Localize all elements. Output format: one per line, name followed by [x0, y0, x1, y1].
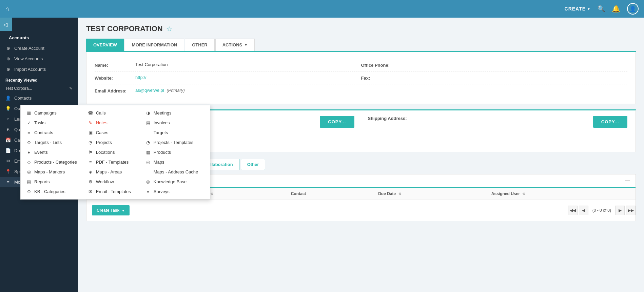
maps-icon: ◎: [145, 160, 151, 165]
dropdown-item-maps-address-cache[interactable]: Maps - Address Cache: [140, 167, 204, 177]
prev-page-button[interactable]: ◀: [579, 206, 588, 215]
notes-icon: ✎: [88, 120, 93, 125]
edit-icon[interactable]: ✎: [69, 86, 73, 91]
dropdown-item-reports[interactable]: ▤ Reports: [21, 177, 82, 187]
recently-viewed-item[interactable]: Test Corpora... ✎: [0, 84, 78, 93]
kb-categories-icon: ⊙: [26, 189, 32, 194]
sidebar-item-create-account[interactable]: ⊕ Create Account: [0, 43, 78, 54]
home-icon[interactable]: ⌂: [5, 5, 9, 13]
dropdown-item-meetings[interactable]: ◑ Meetings: [140, 108, 204, 118]
fax-col: Fax:: [361, 75, 628, 81]
sidebar-item-import-accounts[interactable]: ⊕ Import Accounts: [0, 64, 78, 75]
dropdown-item-invoices[interactable]: ▤ Invoices: [140, 118, 204, 128]
sidebar-item-contacts[interactable]: 👤 Contacts: [0, 93, 78, 103]
dropdown-item-knowledge-base[interactable]: ◎ Knowledge Base: [140, 177, 204, 187]
sort-user-icon[interactable]: ⇅: [522, 192, 525, 196]
dropdown-item-targets-lists[interactable]: ⊙ Targets - Lists: [21, 138, 82, 147]
tab-other[interactable]: OTHER: [185, 39, 215, 51]
user-icon: 👤: [629, 6, 636, 12]
accounts-section: Accounts ⊕ Create Account ⊕ View Account…: [0, 31, 78, 76]
search-icon[interactable]: 🔍: [598, 5, 605, 13]
next-page-button[interactable]: ▶: [615, 206, 625, 215]
maps-areas-icon: ◈: [88, 169, 93, 174]
dropdown-item-campaigns[interactable]: ▦ Campaigns: [21, 108, 82, 118]
office-phone-label: Office Phone:: [361, 62, 402, 68]
collapse-icon[interactable]: —: [625, 178, 630, 184]
reports-icon: ▤: [26, 179, 32, 184]
events-icon: ●: [26, 150, 32, 155]
col-assigned-user: Assigned User ⇅: [486, 188, 636, 200]
office-phone-col: Office Phone:: [361, 62, 628, 68]
targets-lists-icon: ⊙: [26, 140, 32, 145]
website-label: Website:: [95, 75, 135, 81]
website-link[interactable]: http://: [135, 75, 147, 80]
sort-date-icon[interactable]: ⇅: [398, 192, 401, 196]
dropdown-item-locations[interactable]: ⚑ Locations: [82, 147, 140, 157]
first-page-button[interactable]: ◀◀: [568, 206, 578, 215]
col-due-date: Due Date ⇅: [373, 188, 486, 200]
create-arrow-icon: ▼: [587, 7, 591, 11]
dropdown-item-events[interactable]: ● Events: [21, 147, 82, 157]
email-row: Email Address: as@qwefwe.pl (Primary): [95, 84, 627, 97]
tabs-bar: OVERVIEW MORE INFORMATION OTHER ACTIONS …: [86, 39, 636, 52]
create-task-button[interactable]: Create Task ▼: [92, 205, 130, 215]
products-categories-icon: ◇: [26, 160, 32, 165]
shipping-copy-button[interactable]: COPY...: [593, 116, 627, 128]
recently-viewed-label: Recently Viewed: [0, 76, 78, 84]
products-icon: ▦: [145, 150, 151, 155]
sidebar-item-view-accounts[interactable]: ⊕ View Accounts: [0, 54, 78, 64]
tab-actions[interactable]: ACTIONS ▼: [215, 39, 255, 51]
calls-icon: ☎: [88, 110, 93, 116]
dropdown-item-workflow[interactable]: ⚙ Workflow: [82, 177, 140, 187]
back-button[interactable]: ◁: [0, 18, 12, 31]
cases-icon: ▣: [88, 130, 93, 135]
email-link[interactable]: as@qwefwe.pl: [135, 88, 164, 93]
dropdown-item-email-templates[interactable]: ✉ Email - Templates: [82, 187, 140, 196]
filter-tab-other[interactable]: Other: [241, 159, 266, 170]
notifications-icon[interactable]: 🔔: [612, 5, 620, 13]
sort-status-icon[interactable]: ⇅: [210, 192, 213, 196]
dropdown-item-cases[interactable]: ▣ Cases: [82, 128, 140, 138]
favorite-star-icon[interactable]: ☆: [166, 25, 172, 33]
dropdown-item-contracts[interactable]: ≡ Contracts: [21, 128, 82, 138]
tab-overview[interactable]: OVERVIEW: [86, 39, 124, 51]
contacts-icon: 👤: [5, 96, 11, 101]
invoices-icon: ▤: [145, 120, 151, 125]
dropdown-item-projects[interactable]: ◔ Projects: [82, 138, 140, 147]
dropdown-item-tasks[interactable]: ✓ Tasks: [21, 118, 82, 128]
email-field-col: Email Address: as@qwefwe.pl (Primary): [95, 88, 361, 93]
view-accounts-icon: ⊕: [5, 56, 11, 61]
dropdown-col-1: ▦ Campaigns ✓ Tasks ≡ Contracts ⊙ Target…: [21, 105, 82, 199]
website-value[interactable]: http://: [135, 75, 147, 80]
dropdown-item-maps[interactable]: ◎ Maps: [140, 157, 204, 167]
dropdown-item-calls[interactable]: ☎ Calls: [82, 108, 140, 118]
surveys-icon: ≡: [145, 189, 151, 194]
email-tag: (Primary): [167, 88, 184, 93]
email-templates-icon: ✉: [88, 189, 93, 194]
shipping-value: [368, 123, 593, 137]
billing-copy-button[interactable]: COPY...: [320, 116, 354, 128]
user-avatar[interactable]: 👤: [627, 3, 639, 15]
projects-templates-icon: ◔: [145, 140, 151, 145]
quotes-icon: £: [5, 127, 11, 132]
calendar-icon: 📅: [5, 138, 11, 143]
workflow-icon: ⚙: [88, 179, 93, 184]
navbar-right: CREATE ▼ 🔍 🔔 👤: [565, 3, 639, 15]
pdf-templates-icon: ≡: [88, 160, 93, 165]
dropdown-item-pdf-templates[interactable]: ≡ PDF - Templates: [82, 157, 140, 167]
dropdown-item-products[interactable]: ▦ Products: [140, 147, 204, 157]
page-title-row: TEST CORPORATION ☆: [86, 24, 636, 33]
dropdown-item-maps-areas[interactable]: ◈ Maps - Areas: [82, 167, 140, 177]
projects-icon: ◔: [88, 140, 93, 145]
tab-more-information[interactable]: MORE INFORMATION: [125, 39, 184, 51]
dropdown-item-products-categories[interactable]: ◇ Products - Categories: [21, 157, 82, 167]
dropdown-item-surveys[interactable]: ≡ Surveys: [140, 187, 204, 196]
dropdown-item-maps-markers[interactable]: ◎ Maps - Markers: [21, 167, 82, 177]
dropdown-item-notes[interactable]: ✎ Notes: [82, 118, 140, 128]
page-title: TEST CORPORATION: [86, 24, 163, 33]
last-page-button[interactable]: ▶▶: [626, 206, 636, 215]
create-button[interactable]: CREATE ▼: [565, 6, 591, 12]
dropdown-item-kb-categories[interactable]: ⊙ KB - Categories: [21, 187, 82, 196]
dropdown-item-projects-templates[interactable]: ◔ Projects - Templates: [140, 138, 204, 147]
dropdown-item-targets[interactable]: Targets: [140, 128, 204, 138]
